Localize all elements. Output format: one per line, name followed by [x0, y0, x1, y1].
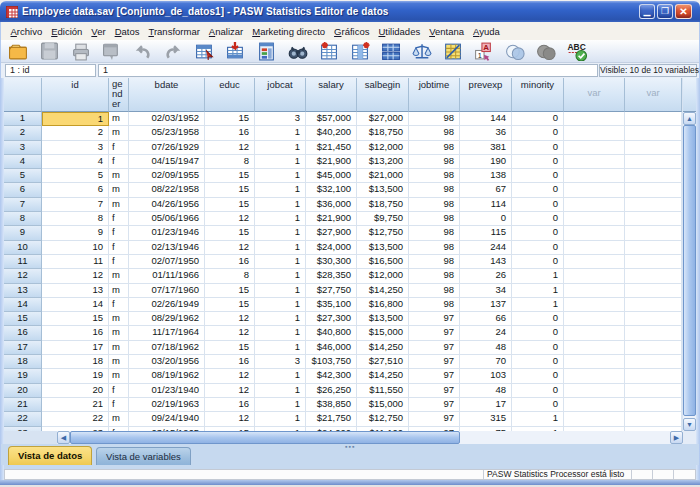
cell[interactable]: 0 [512, 226, 564, 240]
cell[interactable]: $46,000 [306, 341, 357, 355]
row-number[interactable]: 10 [4, 241, 42, 255]
cell[interactable]: f [109, 241, 129, 255]
cell[interactable]: 12 [205, 369, 255, 383]
cell[interactable]: m [109, 369, 129, 383]
cell[interactable] [625, 312, 682, 326]
cell[interactable]: 138 [460, 169, 512, 183]
cell[interactable]: $18,750 [357, 198, 409, 212]
cell[interactable]: $21,000 [357, 169, 409, 183]
splitter-dots[interactable]: ▪▪▪ [345, 443, 355, 450]
cell[interactable] [625, 241, 682, 255]
cell[interactable]: 1 [255, 269, 306, 283]
column-header-prevexp[interactable]: prevexp [460, 78, 512, 112]
vertical-scroll-thumb[interactable] [683, 125, 696, 416]
cell[interactable] [625, 412, 682, 426]
cell[interactable] [564, 369, 625, 383]
cell[interactable]: 15 [205, 169, 255, 183]
cell[interactable]: 48 [460, 384, 512, 398]
cell[interactable]: $13,500 [357, 183, 409, 197]
cell[interactable]: 67 [460, 183, 512, 197]
cell[interactable]: 13 [42, 284, 109, 298]
tab-vista-de-variables[interactable]: Vista de variables [96, 447, 191, 465]
cell[interactable]: 5 [42, 169, 109, 183]
cell[interactable]: 10 [42, 241, 109, 255]
column-header-id[interactable]: id [42, 78, 109, 112]
menu-archivo[interactable]: Archivo [6, 24, 47, 39]
row-number[interactable]: 8 [4, 212, 42, 226]
cell[interactable]: 6 [42, 183, 109, 197]
row-number[interactable]: 20 [4, 384, 42, 398]
row-number[interactable]: 18 [4, 355, 42, 369]
row-number[interactable]: 2 [4, 126, 42, 140]
menu-marketing-directo[interactable]: Marketing directo [248, 24, 330, 39]
cell[interactable]: 12 [205, 412, 255, 426]
column-header-var-2[interactable]: var [625, 78, 682, 112]
cell[interactable]: 1 [255, 312, 306, 326]
cell[interactable]: 137 [460, 298, 512, 312]
cell[interactable]: 381 [460, 141, 512, 155]
cell[interactable]: $16,800 [357, 298, 409, 312]
cell[interactable]: 02/19/1963 [129, 398, 205, 412]
cell[interactable]: $27,000 [357, 112, 409, 126]
close-button[interactable]: ✕ [675, 4, 692, 19]
cell[interactable]: 9 [42, 226, 109, 240]
cell[interactable]: 15 [205, 198, 255, 212]
cell[interactable]: $24,000 [306, 241, 357, 255]
cell[interactable]: 1 [255, 212, 306, 226]
cell[interactable]: $16,500 [357, 255, 409, 269]
cell[interactable]: 02/26/1949 [129, 298, 205, 312]
scroll-left-icon[interactable]: ◀ [57, 431, 70, 444]
cell[interactable]: 98 [409, 298, 460, 312]
row-number[interactable]: 16 [4, 326, 42, 340]
cell[interactable]: 244 [460, 241, 512, 255]
cell[interactable] [564, 141, 625, 155]
row-number[interactable]: 9 [4, 226, 42, 240]
cell[interactable]: 3 [255, 355, 306, 369]
cell[interactable]: 98 [409, 212, 460, 226]
cell[interactable]: 1 [255, 341, 306, 355]
cell[interactable]: 24 [460, 326, 512, 340]
row-number[interactable]: 5 [4, 169, 42, 183]
cell[interactable]: 66 [460, 312, 512, 326]
cell[interactable]: 1 [255, 369, 306, 383]
cell[interactable]: 0 [512, 169, 564, 183]
cell[interactable]: 17 [460, 398, 512, 412]
cell[interactable]: 04/15/1947 [129, 155, 205, 169]
cell[interactable]: 20 [42, 384, 109, 398]
row-number[interactable]: 17 [4, 341, 42, 355]
cell[interactable] [564, 326, 625, 340]
cell[interactable]: 103 [460, 369, 512, 383]
cell[interactable]: $42,300 [306, 369, 357, 383]
cell[interactable]: $21,450 [306, 141, 357, 155]
cell[interactable]: 1 [255, 169, 306, 183]
cell[interactable]: 0 [512, 183, 564, 197]
cell[interactable]: 08/29/1962 [129, 312, 205, 326]
cell[interactable] [625, 126, 682, 140]
cell[interactable]: 18 [42, 355, 109, 369]
cell[interactable]: $14,250 [357, 284, 409, 298]
cell[interactable]: 14 [42, 298, 109, 312]
cell[interactable]: m [109, 183, 129, 197]
find-icon[interactable] [286, 41, 308, 62]
cell[interactable]: 16 [205, 398, 255, 412]
cell[interactable]: 190 [460, 155, 512, 169]
cell[interactable]: 02/13/1946 [129, 241, 205, 255]
cell[interactable] [564, 398, 625, 412]
cell[interactable]: 98 [409, 126, 460, 140]
goto-variable-icon[interactable] [224, 41, 246, 62]
cell-editor[interactable]: 1 [98, 64, 598, 77]
menu-transformar[interactable]: Transformar [144, 24, 204, 39]
cell[interactable] [564, 269, 625, 283]
cell[interactable]: $14,250 [357, 341, 409, 355]
cell[interactable]: 48 [460, 341, 512, 355]
cell[interactable]: 1 [255, 398, 306, 412]
cell[interactable] [625, 255, 682, 269]
cell[interactable]: 1 [512, 298, 564, 312]
cell[interactable]: 70 [460, 355, 512, 369]
cell[interactable]: 0 [512, 312, 564, 326]
cell[interactable]: 8 [205, 269, 255, 283]
cell[interactable] [564, 384, 625, 398]
cell[interactable]: 98 [409, 284, 460, 298]
cell[interactable]: $40,200 [306, 126, 357, 140]
menu-gr-ficos[interactable]: Gráficos [330, 24, 374, 39]
